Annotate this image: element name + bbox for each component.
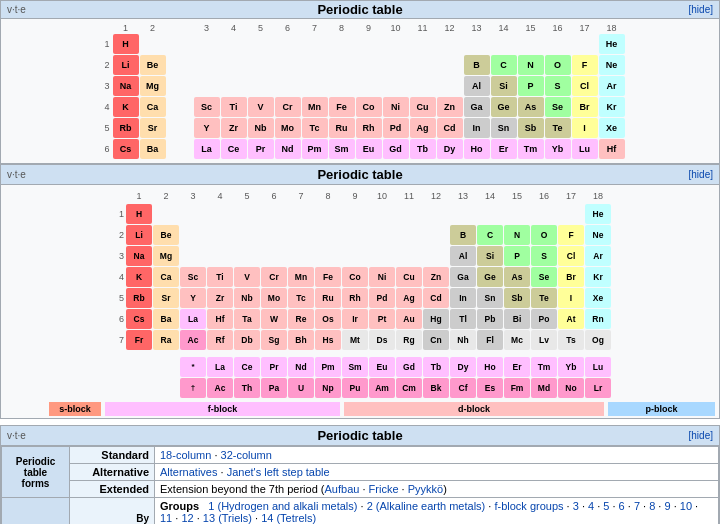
element-K[interactable]: K <box>113 97 139 117</box>
element-B[interactable]: B <box>464 55 490 75</box>
element-Yb[interactable]: Yb <box>558 357 584 377</box>
element-Sb[interactable]: Sb <box>518 118 544 138</box>
element-Tl[interactable]: Tl <box>450 309 476 329</box>
element-He[interactable]: He <box>585 204 611 224</box>
element-S[interactable]: S <box>545 76 571 96</box>
element-Zr[interactable]: Zr <box>207 288 233 308</box>
pt2-hide-btn[interactable]: [hide] <box>653 430 713 441</box>
element-Rn[interactable]: Rn <box>585 309 611 329</box>
element-Sm[interactable]: Sm <box>329 139 355 159</box>
element-Zr[interactable]: Zr <box>221 118 247 138</box>
element-Rb[interactable]: Rb <box>126 288 152 308</box>
element-O[interactable]: O <box>545 55 571 75</box>
element-Cm[interactable]: Cm <box>396 378 422 398</box>
element-Ge[interactable]: Ge <box>477 267 503 287</box>
element-Nh[interactable]: Nh <box>450 330 476 350</box>
element-Md[interactable]: Md <box>531 378 557 398</box>
element-Db[interactable]: Db <box>234 330 260 350</box>
element-Tb[interactable]: Tb <box>423 357 449 377</box>
element-Ho[interactable]: Ho <box>464 139 490 159</box>
element-Li[interactable]: Li <box>113 55 139 75</box>
element-Rh[interactable]: Rh <box>342 288 368 308</box>
element-Mn[interactable]: Mn <box>302 97 328 117</box>
element-Ce[interactable]: Ce <box>234 357 260 377</box>
element-Zn[interactable]: Zn <box>423 267 449 287</box>
element-No[interactable]: No <box>558 378 584 398</box>
element-Pt[interactable]: Pt <box>369 309 395 329</box>
element-Nd[interactable]: Nd <box>288 357 314 377</box>
element-Li[interactable]: Li <box>126 225 152 245</box>
element-He[interactable]: He <box>599 34 625 54</box>
element-Sm[interactable]: Sm <box>342 357 368 377</box>
element-Ga[interactable]: Ga <box>464 97 490 117</box>
element-I[interactable]: I <box>572 118 598 138</box>
element-Se[interactable]: Se <box>531 267 557 287</box>
element-Np[interactable]: Np <box>315 378 341 398</box>
element-Pm[interactable]: Pm <box>302 139 328 159</box>
element-Og[interactable]: Og <box>585 330 611 350</box>
element-Al[interactable]: Al <box>450 246 476 266</box>
element-Br[interactable]: Br <box>558 267 584 287</box>
element-Rb[interactable]: Rb <box>113 118 139 138</box>
element-Ir[interactable]: Ir <box>342 309 368 329</box>
element-Sr[interactable]: Sr <box>140 118 166 138</box>
element-Th[interactable]: Th <box>234 378 260 398</box>
element-Ds[interactable]: Ds <box>369 330 395 350</box>
element-Tb[interactable]: Tb <box>410 139 436 159</box>
element-S[interactable]: S <box>531 246 557 266</box>
element-N[interactable]: N <box>518 55 544 75</box>
element-Tm[interactable]: Tm <box>531 357 557 377</box>
element-Pb[interactable]: Pb <box>477 309 503 329</box>
element-Co[interactable]: Co <box>342 267 368 287</box>
element-Ac[interactable]: Ac <box>207 378 233 398</box>
element-Re[interactable]: Re <box>288 309 314 329</box>
element-Bk[interactable]: Bk <box>423 378 449 398</box>
element-Eu[interactable]: Eu <box>369 357 395 377</box>
element-H[interactable]: H <box>126 204 152 224</box>
element-Cl[interactable]: Cl <box>572 76 598 96</box>
element-Ca[interactable]: Ca <box>140 97 166 117</box>
element-Fe[interactable]: Fe <box>315 267 341 287</box>
element-Lu[interactable]: Lu <box>572 139 598 159</box>
element-Ni[interactable]: Ni <box>383 97 409 117</box>
element-Cf[interactable]: Cf <box>450 378 476 398</box>
pt1-vte[interactable]: v·t·e <box>7 169 67 180</box>
element-Xe[interactable]: Xe <box>599 118 625 138</box>
element-Au[interactable]: Au <box>396 309 422 329</box>
element-Er[interactable]: Er <box>491 139 517 159</box>
element-Cr[interactable]: Cr <box>275 97 301 117</box>
element-Gd[interactable]: Gd <box>396 357 422 377</box>
element-V[interactable]: V <box>234 267 260 287</box>
element-Ra[interactable]: Ra <box>153 330 179 350</box>
element-Rf[interactable]: Rf <box>207 330 233 350</box>
element-Co[interactable]: Co <box>356 97 382 117</box>
pt1-hide[interactable]: [hide] <box>653 4 713 15</box>
element-Pd[interactable]: Pd <box>369 288 395 308</box>
element-Nb[interactable]: Nb <box>234 288 260 308</box>
element-Tc[interactable]: Tc <box>302 118 328 138</box>
element-Yb[interactable]: Yb <box>545 139 571 159</box>
element-Ag[interactable]: Ag <box>410 118 436 138</box>
element-La[interactable]: La <box>207 357 233 377</box>
element-Fr[interactable]: Fr <box>126 330 152 350</box>
element-Pu[interactable]: Pu <box>342 378 368 398</box>
element-Bi[interactable]: Bi <box>504 309 530 329</box>
element-Tc[interactable]: Tc <box>288 288 314 308</box>
element-Ce[interactable]: Ce <box>221 139 247 159</box>
element-Te[interactable]: Te <box>545 118 571 138</box>
element-As[interactable]: As <box>518 97 544 117</box>
element-Sn[interactable]: Sn <box>491 118 517 138</box>
element-Hf[interactable]: Hf <box>207 309 233 329</box>
element-N[interactable]: N <box>504 225 530 245</box>
element-Ts[interactable]: Ts <box>558 330 584 350</box>
element-Fe[interactable]: Fe <box>329 97 355 117</box>
element-Mo[interactable]: Mo <box>275 118 301 138</box>
element-Es[interactable]: Es <box>477 378 503 398</box>
element-As[interactable]: As <box>504 267 530 287</box>
element-Dy[interactable]: Dy <box>450 357 476 377</box>
element-Ac[interactable]: Ac <box>180 330 206 350</box>
element-Pr[interactable]: Pr <box>261 357 287 377</box>
element-Nb[interactable]: Nb <box>248 118 274 138</box>
element-C[interactable]: C <box>477 225 503 245</box>
element-Eu[interactable]: Eu <box>356 139 382 159</box>
